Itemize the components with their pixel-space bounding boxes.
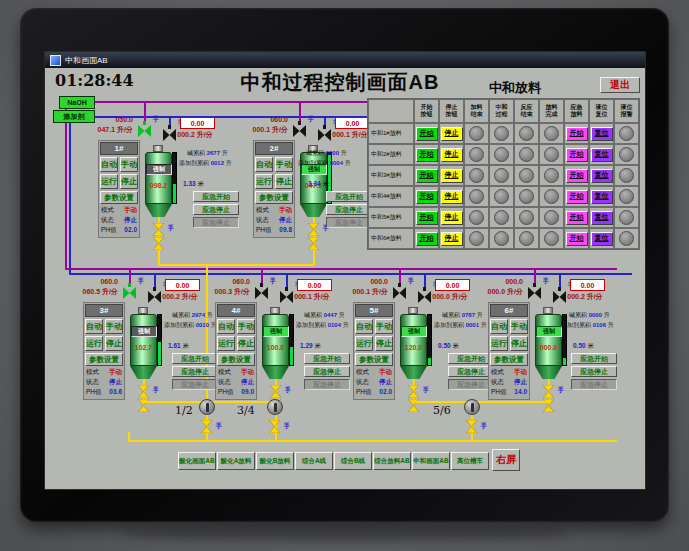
emergency-discharge-button[interactable]: 开始 — [566, 127, 588, 141]
emergency-stop-button[interactable]: 应急停止 — [571, 366, 617, 377]
auto-button[interactable]: 自动 — [255, 157, 273, 172]
nav-button[interactable]: 综合B线 — [334, 452, 372, 470]
params-button[interactable]: 参数设置 — [100, 191, 138, 204]
emergency-discharge-button[interactable]: 开始 — [566, 190, 588, 204]
stop-button[interactable]: 停止 — [441, 190, 463, 204]
params-button[interactable]: 参数设置 — [217, 353, 255, 366]
emergency-start-button[interactable]: 应急开始 — [326, 191, 372, 202]
auto-button[interactable]: 自动 — [355, 319, 373, 334]
level-reset-button[interactable]: 复位 — [591, 148, 613, 162]
right-screen-button[interactable]: 右屏 — [492, 449, 520, 471]
manual-button[interactable]: 手动 — [510, 319, 528, 334]
auto-button[interactable]: 自动 — [100, 157, 118, 172]
stop-button[interactable]: 停止 — [510, 336, 528, 351]
discharge-valve-icon[interactable] — [152, 237, 165, 250]
emergency-discharge-button[interactable]: 开始 — [566, 211, 588, 225]
manual-button[interactable]: 手动 — [105, 319, 123, 334]
page-title: 中和过程控制画面AB — [210, 69, 470, 96]
status-lamp — [544, 210, 559, 225]
flow-value: 000.1 — [253, 126, 271, 133]
header-line2: 复位 — [596, 111, 608, 118]
naoh-valve-icon[interactable] — [293, 121, 306, 137]
emergency-stop-button-disabled[interactable]: 应急停止 — [571, 379, 617, 390]
params-button[interactable]: 参数设置 — [85, 353, 123, 366]
manual-button[interactable]: 手动 — [275, 157, 293, 172]
naoh-valve-icon[interactable] — [123, 283, 136, 299]
nav-button[interactable]: 酸化A放料 — [217, 452, 255, 470]
table-row: 中和4#放料开始停止开始复位 — [368, 186, 639, 207]
status-lamp — [469, 189, 484, 204]
panel-row: 运行停止 — [355, 336, 393, 351]
run-button[interactable]: 运行 — [255, 174, 273, 189]
start-button[interactable]: 开始 — [416, 148, 438, 162]
naoh-valve-icon[interactable] — [528, 283, 541, 299]
emergency-discharge-button[interactable]: 开始 — [566, 169, 588, 183]
stop-button[interactable]: 停止 — [237, 336, 255, 351]
params-button[interactable]: 参数设置 — [490, 353, 528, 366]
run-button[interactable]: 运行 — [217, 336, 235, 351]
pump-discharge-valve-icon[interactable] — [268, 420, 281, 433]
start-button[interactable]: 开始 — [416, 190, 438, 204]
level-reset-button[interactable]: 复位 — [591, 190, 613, 204]
auto-button[interactable]: 自动 — [217, 319, 235, 334]
exit-button[interactable]: 退出 — [600, 77, 640, 93]
emergency-stop-button[interactable]: 应急停止 — [326, 204, 372, 215]
manual-button[interactable]: 手动 — [375, 319, 393, 334]
tank-level-text: 1.29 米 — [300, 342, 321, 351]
level-reset-button[interactable]: 复位 — [591, 169, 613, 183]
start-button[interactable]: 开始 — [416, 232, 438, 246]
nav-button[interactable]: 综合放料AB — [373, 452, 411, 470]
params-button[interactable]: 参数设置 — [255, 191, 293, 204]
stop-button[interactable]: 停止 — [275, 174, 293, 189]
pump-discharge-valve-icon[interactable] — [465, 420, 478, 433]
nav-button[interactable]: 中和画面AB — [412, 452, 450, 470]
level-reset-button[interactable]: 复位 — [591, 127, 613, 141]
pump-discharge-valve-icon[interactable] — [200, 420, 213, 433]
params-button[interactable]: 参数设置 — [355, 353, 393, 366]
stop-button[interactable]: 停止 — [441, 232, 463, 246]
stop-button[interactable]: 停止 — [441, 169, 463, 183]
stop-button[interactable]: 停止 — [105, 336, 123, 351]
level-reset-button[interactable]: 复位 — [591, 232, 613, 246]
nav-button[interactable]: 酸化B放料 — [256, 452, 294, 470]
nav-button[interactable]: 酸化画面AB — [178, 452, 216, 470]
stop-button[interactable]: 停止 — [375, 336, 393, 351]
stop-button[interactable]: 停止 — [441, 127, 463, 141]
run-button[interactable]: 运行 — [355, 336, 373, 351]
naoh-valve-icon[interactable] — [138, 121, 151, 137]
start-button[interactable]: 开始 — [416, 127, 438, 141]
start-button[interactable]: 开始 — [416, 211, 438, 225]
nav-button[interactable]: 高位槽车 — [451, 452, 489, 470]
emergency-start-button[interactable]: 应急开始 — [571, 353, 617, 364]
auto-button[interactable]: 自动 — [490, 319, 508, 334]
run-button[interactable]: 运行 — [100, 174, 118, 189]
start-button[interactable]: 开始 — [416, 169, 438, 183]
level-value: 0.50 — [438, 342, 451, 349]
stop-button[interactable]: 停止 — [120, 174, 138, 189]
manual-button[interactable]: 手动 — [237, 319, 255, 334]
run-button[interactable]: 运行 — [490, 336, 508, 351]
discharge-valve-icon[interactable] — [307, 237, 320, 250]
flow-value: 000.1 — [332, 131, 350, 138]
auto-button[interactable]: 自动 — [85, 319, 103, 334]
table-row: 中和3#放料开始停止开始复位 — [368, 165, 639, 186]
level-reset-button[interactable]: 复位 — [591, 211, 613, 225]
naoh-valve-icon[interactable] — [255, 283, 268, 299]
emergency-discharge-button[interactable]: 开始 — [566, 148, 588, 162]
info-label: PH值 — [356, 388, 372, 398]
naoh-flow-setpoint: 060.0 — [60, 278, 118, 285]
manual-button[interactable]: 手动 — [120, 157, 138, 172]
acc-label: 碱累积 — [172, 312, 190, 318]
emergency-discharge-button[interactable]: 开始 — [566, 232, 588, 246]
naoh-source-label: NaOH — [59, 96, 95, 109]
stop-button[interactable]: 停止 — [441, 148, 463, 162]
status-lamp — [519, 126, 534, 141]
info-label: 模式 — [491, 368, 504, 378]
nav-button[interactable]: 综合A线 — [295, 452, 333, 470]
naoh-valve-icon[interactable] — [393, 283, 406, 299]
tank-cone — [130, 366, 157, 379]
emergency-stop-button-disabled[interactable]: 应急停止 — [326, 217, 372, 228]
run-button[interactable]: 运行 — [85, 336, 103, 351]
stop-button[interactable]: 停止 — [441, 211, 463, 225]
info-label: 状态 — [101, 216, 114, 226]
